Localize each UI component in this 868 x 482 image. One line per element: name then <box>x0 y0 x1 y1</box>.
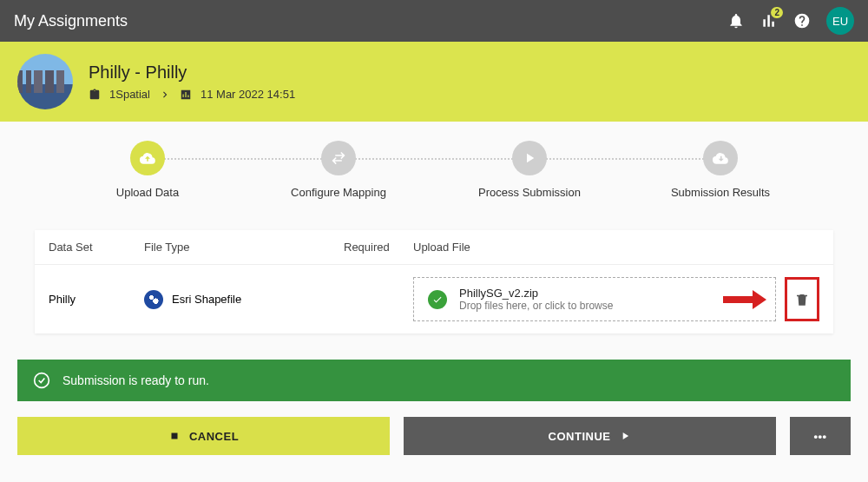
topbar: My Assignments 2 EU <box>0 0 868 42</box>
status-text: Submission is ready to run. <box>62 373 209 387</box>
user-avatar[interactable]: EU <box>826 7 854 35</box>
continue-button[interactable]: CONTINUE <box>404 417 776 455</box>
more-label: ••• <box>813 430 826 443</box>
uploaded-filename: PhillySG_v2.zip <box>459 287 613 300</box>
page-header: Philly - Philly 1Spatial 11 Mar 2022 14:… <box>0 42 868 122</box>
step-process[interactable]: Process Submission <box>469 141 590 199</box>
clipboard-icon <box>89 89 101 101</box>
swap-icon <box>321 141 356 175</box>
cancel-label: CANCEL <box>189 430 239 443</box>
upload-table: Data Set File Type Required Upload File … <box>35 230 833 333</box>
globe-icon <box>144 290 163 309</box>
breadcrumb-timestamp: 11 Mar 2022 14:51 <box>201 88 295 101</box>
breadcrumb: 1Spatial 11 Mar 2022 14:51 <box>89 88 295 101</box>
step-label: Configure Mapping <box>291 186 386 199</box>
play-solid-icon <box>619 430 631 442</box>
bell-icon[interactable] <box>727 12 745 30</box>
cell-dataset: Philly <box>49 293 144 306</box>
check-circle-icon <box>33 372 50 389</box>
step-label: Submission Results <box>671 186 770 199</box>
table-row: Philly Esri Shapefile PhillySG_v2.zip Dr… <box>35 265 833 333</box>
delete-upload-button[interactable] <box>785 277 819 321</box>
page-title: Philly - Philly <box>89 63 295 83</box>
continue-label: CONTINUE <box>549 430 611 443</box>
check-icon <box>428 290 447 309</box>
help-icon[interactable] <box>793 12 811 30</box>
table-header: Data Set File Type Required Upload File <box>35 230 833 265</box>
step-label: Process Submission <box>478 186 581 199</box>
play-icon <box>512 141 547 175</box>
stepper-container: Upload Data Configure Mapping Process Su… <box>0 122 868 333</box>
status-banner: Submission is ready to run. <box>17 360 851 401</box>
col-upload: Upload File <box>413 241 819 254</box>
col-dataset: Data Set <box>49 241 144 254</box>
annotation-arrow <box>723 290 766 309</box>
dropzone-hint: Drop files here, or click to browse <box>459 300 613 312</box>
chart-badge: 2 <box>771 7 783 18</box>
chart-icon[interactable]: 2 <box>760 12 778 30</box>
step-upload[interactable]: Upload Data <box>87 141 208 199</box>
cloud-download-icon <box>703 141 738 175</box>
cloud-upload-icon <box>130 141 165 175</box>
dropzone[interactable]: PhillySG_v2.zip Drop files here, or clic… <box>413 277 776 321</box>
chevron-right-icon <box>159 89 171 101</box>
svg-point-1 <box>35 373 49 388</box>
chart-small-icon <box>180 89 192 101</box>
stepper-line <box>148 158 720 160</box>
stepper: Upload Data Configure Mapping Process Su… <box>87 141 781 199</box>
stop-icon <box>168 430 181 442</box>
svg-rect-2 <box>171 433 177 439</box>
footer-actions: CANCEL CONTINUE ••• <box>17 417 851 455</box>
step-label: Upload Data <box>116 186 179 199</box>
breadcrumb-org[interactable]: 1Spatial <box>109 88 150 101</box>
col-filetype: File Type <box>144 241 344 254</box>
topbar-actions: 2 EU <box>727 7 854 35</box>
step-configure[interactable]: Configure Mapping <box>278 141 399 199</box>
cell-upload: PhillySG_v2.zip Drop files here, or clic… <box>413 277 819 321</box>
app-title: My Assignments <box>14 12 128 30</box>
svg-rect-0 <box>723 296 753 303</box>
cell-filetype: Esri Shapefile <box>144 290 344 309</box>
more-button[interactable]: ••• <box>790 417 851 455</box>
filetype-label: Esri Shapefile <box>172 293 241 306</box>
assignment-thumbnail <box>17 54 73 109</box>
col-required: Required <box>344 241 413 254</box>
cancel-button[interactable]: CANCEL <box>17 417 390 455</box>
trash-icon <box>794 292 810 307</box>
step-results[interactable]: Submission Results <box>660 141 781 199</box>
